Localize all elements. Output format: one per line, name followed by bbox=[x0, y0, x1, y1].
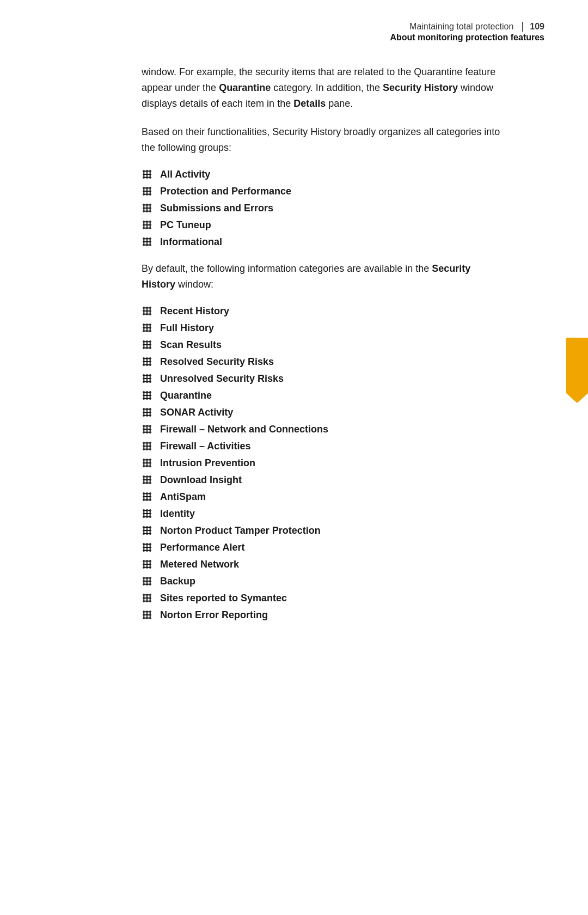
list-item: Scan Results bbox=[142, 339, 501, 351]
list-item: PC Tuneup bbox=[142, 219, 501, 231]
page-header: Maintaining total protection 109 About m… bbox=[0, 0, 588, 48]
list-item: Sites reported to Symantec bbox=[142, 593, 501, 604]
list-item: Performance Alert bbox=[142, 542, 501, 553]
bullet-icon bbox=[142, 322, 152, 333]
list-item: Quarantine bbox=[142, 390, 501, 401]
list-item: All Activity bbox=[142, 169, 501, 180]
list-item: Informational bbox=[142, 236, 501, 248]
list-item: Recent History bbox=[142, 306, 501, 317]
bullet-icon bbox=[142, 169, 152, 180]
list-item-label: Resolved Security Risks bbox=[160, 356, 274, 368]
header-right: Maintaining total protection 109 About m… bbox=[390, 22, 544, 42]
list-item: Norton Product Tamper Protection bbox=[142, 525, 501, 536]
list-item-label: Download Insight bbox=[160, 474, 242, 486]
bullet-icon bbox=[142, 356, 152, 367]
list-item: Identity bbox=[142, 508, 501, 520]
bullet-icon bbox=[142, 441, 152, 452]
bullet-icon bbox=[142, 457, 152, 468]
list-item-label: Backup bbox=[160, 576, 195, 587]
list-item-label: Scan Results bbox=[160, 339, 222, 351]
list-item-label: Norton Error Reporting bbox=[160, 609, 268, 621]
list-item: Full History bbox=[142, 322, 501, 334]
intro-paragraph-2: Based on their functionalities, Security… bbox=[142, 124, 501, 156]
list-item-label: Firewall – Network and Connections bbox=[160, 424, 328, 435]
list-item: Protection and Performance bbox=[142, 186, 501, 197]
header-page-number: 109 bbox=[522, 22, 544, 32]
header-top-line: Maintaining total protection 109 bbox=[409, 22, 544, 32]
list-item: Metered Network bbox=[142, 559, 501, 570]
list-item-label: Full History bbox=[160, 322, 214, 334]
list-item: SONAR Activity bbox=[142, 407, 501, 418]
list-item: Submissions and Errors bbox=[142, 203, 501, 214]
list-item: Firewall – Network and Connections bbox=[142, 424, 501, 435]
bullet-icon bbox=[142, 390, 152, 401]
bullet-icon bbox=[142, 407, 152, 418]
list-item-label: Unresolved Security Risks bbox=[160, 373, 284, 385]
list-item: Download Insight bbox=[142, 474, 501, 486]
bullet-icon bbox=[142, 491, 152, 502]
bullet-icon bbox=[142, 474, 152, 485]
list-item-label: Informational bbox=[160, 236, 222, 248]
bullet-icon bbox=[142, 424, 152, 435]
bullet-icon bbox=[142, 593, 152, 603]
list-item-label: SONAR Activity bbox=[160, 407, 233, 418]
intro-paragraph-1: window. For example, the security items … bbox=[142, 64, 501, 111]
bullet-icon bbox=[142, 306, 152, 316]
list-item: Resolved Security Risks bbox=[142, 356, 501, 368]
list-item: AntiSpam bbox=[142, 491, 501, 503]
bullet-icon bbox=[142, 186, 152, 197]
bullet-icon bbox=[142, 373, 152, 384]
list-item-label: Sites reported to Symantec bbox=[160, 593, 287, 604]
header-section: About monitoring protection features bbox=[390, 33, 544, 42]
categories-list: Recent History Full History bbox=[142, 306, 501, 621]
bullet-icon bbox=[142, 559, 152, 570]
list-item-label: Identity bbox=[160, 508, 195, 520]
list-item-label: Firewall – Activities bbox=[160, 441, 250, 452]
bullet-icon bbox=[142, 219, 152, 230]
header-chapter: Maintaining total protection bbox=[409, 22, 513, 32]
list-item-label: All Activity bbox=[160, 169, 210, 180]
list-item-label: Protection and Performance bbox=[160, 186, 291, 197]
list-item-label: Norton Product Tamper Protection bbox=[160, 525, 321, 536]
page-container: Maintaining total protection 109 About m… bbox=[0, 0, 588, 915]
list-item: Backup bbox=[142, 576, 501, 587]
groups-list: All Activity Protection and Performance bbox=[142, 169, 501, 248]
list-item-label: Metered Network bbox=[160, 559, 239, 570]
bullet-icon bbox=[142, 339, 152, 350]
list-item-label: Performance Alert bbox=[160, 542, 244, 553]
list-item-label: Recent History bbox=[160, 306, 229, 317]
categories-intro: By default, the following information ca… bbox=[142, 261, 501, 292]
list-item-label: Submissions and Errors bbox=[160, 203, 273, 214]
bullet-icon bbox=[142, 236, 152, 247]
list-item-label: Quarantine bbox=[160, 390, 212, 401]
bullet-icon bbox=[142, 576, 152, 587]
content-area: window. For example, the security items … bbox=[0, 48, 588, 667]
list-item: Norton Error Reporting bbox=[142, 609, 501, 621]
list-item-label: Intrusion Prevention bbox=[160, 457, 255, 469]
list-item-label: PC Tuneup bbox=[160, 219, 211, 231]
list-item-label: AntiSpam bbox=[160, 491, 206, 503]
bullet-icon bbox=[142, 609, 152, 620]
bullet-icon bbox=[142, 525, 152, 536]
gold-tab bbox=[566, 338, 588, 403]
bullet-icon bbox=[142, 203, 152, 213]
list-item: Intrusion Prevention bbox=[142, 457, 501, 469]
list-item: Firewall – Activities bbox=[142, 441, 501, 452]
bullet-icon bbox=[142, 542, 152, 553]
bullet-icon bbox=[142, 508, 152, 519]
list-item: Unresolved Security Risks bbox=[142, 373, 501, 385]
